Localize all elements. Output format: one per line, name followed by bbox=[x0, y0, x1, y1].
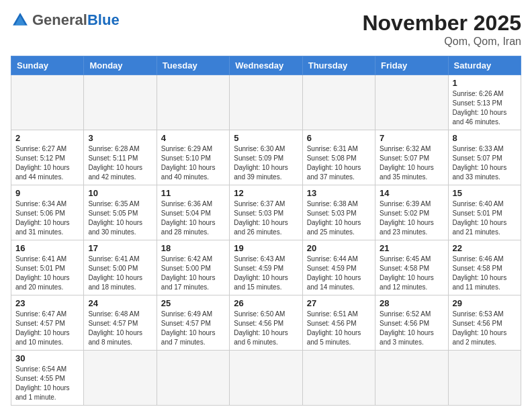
day-info: Sunrise: 6:49 AM Sunset: 4:57 PM Dayligh… bbox=[161, 310, 225, 347]
calendar-cell bbox=[448, 351, 521, 406]
calendar-cell: 10Sunrise: 6:35 AM Sunset: 5:05 PM Dayli… bbox=[84, 185, 157, 240]
day-info: Sunrise: 6:44 AM Sunset: 4:59 PM Dayligh… bbox=[307, 255, 371, 292]
day-number: 12 bbox=[234, 188, 298, 198]
day-number: 17 bbox=[88, 243, 152, 253]
week-row-2: 2Sunrise: 6:27 AM Sunset: 5:12 PM Daylig… bbox=[11, 130, 521, 185]
day-info: Sunrise: 6:42 AM Sunset: 5:00 PM Dayligh… bbox=[161, 255, 225, 292]
logo: GeneralBlue bbox=[11, 11, 120, 30]
week-row-3: 9Sunrise: 6:34 AM Sunset: 5:06 PM Daylig… bbox=[11, 185, 521, 240]
calendar-cell: 7Sunrise: 6:32 AM Sunset: 5:07 PM Daylig… bbox=[375, 130, 448, 185]
day-info: Sunrise: 6:45 AM Sunset: 4:58 PM Dayligh… bbox=[380, 255, 443, 292]
day-number: 2 bbox=[15, 133, 79, 143]
calendar-cell: 8Sunrise: 6:33 AM Sunset: 5:07 PM Daylig… bbox=[448, 130, 521, 185]
weekday-header-sunday: Sunday bbox=[11, 56, 84, 75]
day-info: Sunrise: 6:31 AM Sunset: 5:08 PM Dayligh… bbox=[307, 144, 371, 182]
day-number: 1 bbox=[453, 78, 517, 88]
calendar-cell bbox=[302, 351, 375, 406]
day-number: 23 bbox=[15, 298, 79, 308]
day-number: 29 bbox=[453, 298, 517, 308]
calendar-cell bbox=[11, 75, 84, 130]
day-number: 19 bbox=[234, 243, 298, 253]
day-number: 4 bbox=[161, 133, 225, 143]
calendar-cell: 9Sunrise: 6:34 AM Sunset: 5:06 PM Daylig… bbox=[11, 185, 84, 240]
day-info: Sunrise: 6:51 AM Sunset: 4:56 PM Dayligh… bbox=[307, 310, 371, 347]
calendar-cell: 17Sunrise: 6:41 AM Sunset: 5:00 PM Dayli… bbox=[84, 240, 157, 295]
calendar-cell: 28Sunrise: 6:52 AM Sunset: 4:56 PM Dayli… bbox=[375, 295, 448, 351]
day-info: Sunrise: 6:40 AM Sunset: 5:01 PM Dayligh… bbox=[453, 199, 517, 237]
calendar-title: November 2025 bbox=[362, 11, 521, 36]
calendar-cell: 16Sunrise: 6:41 AM Sunset: 5:01 PM Dayli… bbox=[11, 240, 84, 295]
calendar-cell: 13Sunrise: 6:38 AM Sunset: 5:03 PM Dayli… bbox=[302, 185, 375, 240]
calendar-subtitle: Qom, Qom, Iran bbox=[362, 36, 521, 48]
week-row-1: 1Sunrise: 6:26 AM Sunset: 5:13 PM Daylig… bbox=[11, 75, 521, 130]
weekday-header-saturday: Saturday bbox=[448, 56, 521, 75]
day-info: Sunrise: 6:54 AM Sunset: 4:55 PM Dayligh… bbox=[15, 365, 79, 402]
calendar-cell bbox=[157, 75, 229, 130]
weekday-header-thursday: Thursday bbox=[302, 56, 375, 75]
day-number: 27 bbox=[307, 298, 371, 308]
day-info: Sunrise: 6:35 AM Sunset: 5:05 PM Dayligh… bbox=[88, 199, 152, 237]
calendar-cell bbox=[230, 351, 302, 406]
calendar-cell: 23Sunrise: 6:47 AM Sunset: 4:57 PM Dayli… bbox=[11, 295, 84, 351]
calendar-table: SundayMondayTuesdayWednesdayThursdayFrid… bbox=[11, 56, 521, 406]
day-number: 11 bbox=[161, 188, 225, 198]
calendar-cell: 24Sunrise: 6:48 AM Sunset: 4:57 PM Dayli… bbox=[84, 295, 157, 351]
weekday-header-monday: Monday bbox=[84, 56, 157, 75]
day-info: Sunrise: 6:32 AM Sunset: 5:07 PM Dayligh… bbox=[380, 144, 443, 182]
calendar-cell: 12Sunrise: 6:37 AM Sunset: 5:03 PM Dayli… bbox=[230, 185, 302, 240]
day-number: 25 bbox=[161, 298, 225, 308]
calendar-cell: 5Sunrise: 6:30 AM Sunset: 5:09 PM Daylig… bbox=[230, 130, 302, 185]
calendar-cell: 20Sunrise: 6:44 AM Sunset: 4:59 PM Dayli… bbox=[302, 240, 375, 295]
logo-blue: Blue bbox=[87, 11, 120, 28]
day-info: Sunrise: 6:30 AM Sunset: 5:09 PM Dayligh… bbox=[234, 144, 298, 182]
calendar-cell: 21Sunrise: 6:45 AM Sunset: 4:58 PM Dayli… bbox=[375, 240, 448, 295]
day-info: Sunrise: 6:27 AM Sunset: 5:12 PM Dayligh… bbox=[15, 144, 79, 182]
day-info: Sunrise: 6:41 AM Sunset: 5:00 PM Dayligh… bbox=[88, 255, 152, 292]
logo-text: GeneralBlue bbox=[32, 13, 120, 28]
day-number: 20 bbox=[307, 243, 371, 253]
calendar-cell: 26Sunrise: 6:50 AM Sunset: 4:56 PM Dayli… bbox=[230, 295, 302, 351]
day-number: 3 bbox=[88, 133, 152, 143]
calendar-cell: 18Sunrise: 6:42 AM Sunset: 5:00 PM Dayli… bbox=[157, 240, 229, 295]
calendar-cell bbox=[84, 75, 157, 130]
day-info: Sunrise: 6:46 AM Sunset: 4:58 PM Dayligh… bbox=[453, 255, 517, 292]
day-number: 9 bbox=[15, 188, 79, 198]
day-number: 5 bbox=[234, 133, 298, 143]
calendar-cell: 6Sunrise: 6:31 AM Sunset: 5:08 PM Daylig… bbox=[302, 130, 375, 185]
day-number: 15 bbox=[453, 188, 517, 198]
calendar-cell: 25Sunrise: 6:49 AM Sunset: 4:57 PM Dayli… bbox=[157, 295, 229, 351]
calendar-cell bbox=[302, 75, 375, 130]
calendar-cell: 14Sunrise: 6:39 AM Sunset: 5:02 PM Dayli… bbox=[375, 185, 448, 240]
day-info: Sunrise: 6:47 AM Sunset: 4:57 PM Dayligh… bbox=[15, 310, 79, 347]
day-info: Sunrise: 6:28 AM Sunset: 5:11 PM Dayligh… bbox=[88, 144, 152, 182]
day-number: 30 bbox=[15, 353, 79, 363]
weekday-header-tuesday: Tuesday bbox=[157, 56, 229, 75]
day-number: 28 bbox=[380, 298, 443, 308]
calendar-cell: 27Sunrise: 6:51 AM Sunset: 4:56 PM Dayli… bbox=[302, 295, 375, 351]
day-info: Sunrise: 6:39 AM Sunset: 5:02 PM Dayligh… bbox=[380, 199, 443, 237]
day-info: Sunrise: 6:43 AM Sunset: 4:59 PM Dayligh… bbox=[234, 255, 298, 292]
day-number: 10 bbox=[88, 188, 152, 198]
day-info: Sunrise: 6:33 AM Sunset: 5:07 PM Dayligh… bbox=[453, 144, 517, 182]
calendar-cell bbox=[375, 75, 448, 130]
calendar-cell: 1Sunrise: 6:26 AM Sunset: 5:13 PM Daylig… bbox=[448, 75, 521, 130]
day-number: 14 bbox=[380, 188, 443, 198]
day-info: Sunrise: 6:53 AM Sunset: 4:56 PM Dayligh… bbox=[453, 310, 517, 347]
day-info: Sunrise: 6:50 AM Sunset: 4:56 PM Dayligh… bbox=[234, 310, 298, 347]
day-info: Sunrise: 6:37 AM Sunset: 5:03 PM Dayligh… bbox=[234, 199, 298, 237]
day-number: 24 bbox=[88, 298, 152, 308]
logo-icon bbox=[11, 11, 30, 30]
day-info: Sunrise: 6:48 AM Sunset: 4:57 PM Dayligh… bbox=[88, 310, 152, 347]
day-number: 6 bbox=[307, 133, 371, 143]
day-number: 13 bbox=[307, 188, 371, 198]
day-number: 16 bbox=[15, 243, 79, 253]
weekday-header-wednesday: Wednesday bbox=[230, 56, 302, 75]
day-number: 22 bbox=[453, 243, 517, 253]
day-info: Sunrise: 6:29 AM Sunset: 5:10 PM Dayligh… bbox=[161, 144, 225, 182]
calendar-cell bbox=[375, 351, 448, 406]
calendar-cell: 30Sunrise: 6:54 AM Sunset: 4:55 PM Dayli… bbox=[11, 351, 84, 406]
calendar-cell: 19Sunrise: 6:43 AM Sunset: 4:59 PM Dayli… bbox=[230, 240, 302, 295]
calendar-cell: 29Sunrise: 6:53 AM Sunset: 4:56 PM Dayli… bbox=[448, 295, 521, 351]
weekday-header-row: SundayMondayTuesdayWednesdayThursdayFrid… bbox=[11, 56, 521, 75]
calendar-cell: 11Sunrise: 6:36 AM Sunset: 5:04 PM Dayli… bbox=[157, 185, 229, 240]
